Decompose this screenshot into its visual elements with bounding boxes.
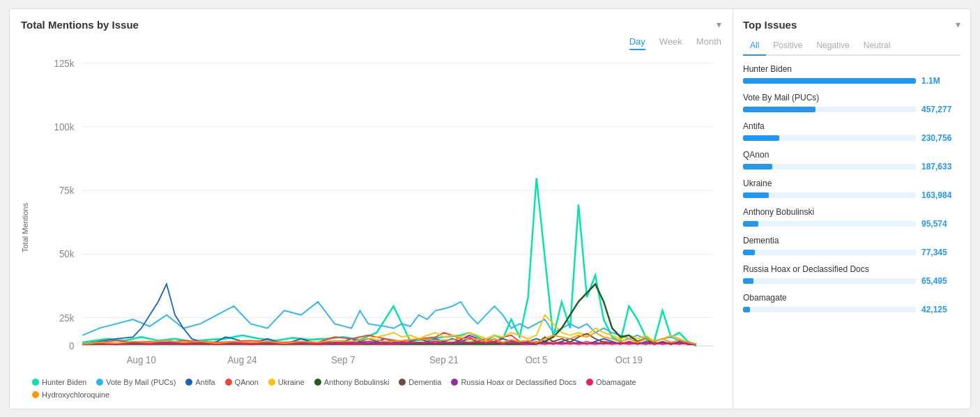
- legend-russia: Russia Hoax or Declassified Docs: [451, 378, 576, 386]
- issue-name-obamagate: Obamagate: [743, 293, 958, 303]
- issue-item-ukraine: Ukraine 163,984: [743, 179, 958, 200]
- legend-dot-vote-by-mail: [96, 379, 103, 386]
- issue-item-anthony: Anthony Bobulinski 95,574: [743, 207, 958, 229]
- legend-label-hunter-biden: Hunter Biden: [42, 378, 86, 386]
- legend-label-anthony: Anthony Bobulinski: [324, 378, 390, 386]
- issue-bar-bg-russia: [743, 278, 916, 284]
- svg-text:0: 0: [69, 340, 75, 351]
- legend-anthony: Anthony Bobulinski: [314, 378, 390, 386]
- issue-value-dementia: 77,345: [921, 248, 958, 257]
- issue-name-vote-by-mail: Vote By Mail (PUCs): [743, 93, 958, 103]
- legend-dot-antifa: [185, 379, 192, 386]
- legend-dot-ukraine: [268, 379, 275, 386]
- issue-bar-row-qanon: 187,633: [743, 162, 958, 172]
- issue-value-vote-by-mail: 457,277: [921, 105, 958, 114]
- legend-qanon: QAnon: [225, 378, 259, 386]
- left-title: Total Mentions by Issue: [21, 19, 139, 31]
- issue-name-qanon: QAnon: [743, 150, 958, 160]
- issue-item-vote-by-mail: Vote By Mail (PUCs) 457,277: [743, 93, 958, 114]
- issue-bar-bg-hunter-biden: [743, 78, 916, 84]
- legend-dot-obamagate: [586, 379, 593, 386]
- svg-text:Sep 7: Sep 7: [331, 355, 355, 365]
- issue-item-russia: Russia Hoax or Declassified Docs 65,495: [743, 264, 958, 286]
- legend-label-qanon: QAnon: [235, 378, 259, 386]
- legend-hydroxy: Hydroxychloroquine: [32, 391, 109, 399]
- issue-bar-fill-dementia: [743, 250, 755, 255]
- tab-week[interactable]: Week: [659, 36, 682, 50]
- issue-bar-row-anthony: 95,574: [743, 219, 958, 229]
- issue-bar-row-hunter-biden: 1.1M: [743, 76, 958, 86]
- chart-legend: Hunter Biden Vote By Mail (PUCs) Antifa …: [32, 372, 721, 402]
- legend-label-antifa: Antifa: [195, 378, 215, 386]
- chart-svg: 125k 100k 75k 50k 25k 0 Aug 10 Aug 24 Se…: [32, 54, 721, 372]
- legend-dot-anthony: [314, 379, 321, 386]
- legend-antifa: Antifa: [185, 378, 215, 386]
- issue-name-dementia: Dementia: [743, 236, 958, 245]
- legend-dot-dementia: [399, 379, 406, 386]
- svg-text:Oct 5: Oct 5: [526, 355, 548, 365]
- issue-bar-fill-ukraine: [743, 192, 769, 198]
- legend-ukraine: Ukraine: [268, 378, 305, 386]
- svg-text:125k: 125k: [54, 58, 75, 68]
- issue-name-anthony: Anthony Bobulinski: [743, 207, 958, 217]
- issue-bar-row-russia: 65,495: [743, 276, 958, 286]
- tab-all[interactable]: All: [743, 38, 766, 56]
- legend-label-dementia: Dementia: [408, 378, 441, 386]
- svg-text:100k: 100k: [54, 121, 75, 132]
- issue-item-qanon: QAnon 187,633: [743, 150, 958, 172]
- issue-bar-fill-qanon: [743, 164, 772, 169]
- issue-bar-row-dementia: 77,345: [743, 248, 958, 257]
- svg-text:25k: 25k: [59, 312, 75, 323]
- legend-obamagate: Obamagate: [586, 378, 636, 386]
- left-dropdown-icon[interactable]: ▾: [717, 19, 721, 30]
- issue-name-russia: Russia Hoax or Declassified Docs: [743, 264, 958, 274]
- issue-bar-fill-vote-by-mail: [743, 107, 816, 112]
- right-panel: Top Issues ▾ All Positive Negative Neutr…: [733, 9, 970, 409]
- legend-dot-hunter-biden: [32, 379, 39, 386]
- right-title: Top Issues: [743, 19, 797, 31]
- issue-bar-row-vote-by-mail: 457,277: [743, 105, 958, 114]
- legend-dot-hydroxy: [32, 391, 39, 398]
- issue-bar-bg-ukraine: [743, 192, 916, 198]
- legend-label-ukraine: Ukraine: [278, 378, 305, 386]
- tab-neutral[interactable]: Neutral: [857, 38, 898, 54]
- tab-day[interactable]: Day: [629, 36, 645, 50]
- issue-item-dementia: Dementia 77,345: [743, 236, 958, 257]
- legend-label-russia: Russia Hoax or Declassified Docs: [461, 378, 576, 386]
- tab-month[interactable]: Month: [696, 36, 721, 50]
- issue-value-anthony: 95,574: [921, 219, 958, 229]
- issue-bar-fill-hunter-biden: [743, 78, 916, 84]
- right-header: Top Issues ▾: [743, 19, 960, 31]
- issue-bar-bg-obamagate: [743, 307, 916, 312]
- legend-hunter-biden: Hunter Biden: [32, 378, 86, 386]
- issue-name-hunter-biden: Hunter Biden: [743, 64, 958, 74]
- issue-bar-fill-russia: [743, 278, 753, 284]
- svg-text:Aug 24: Aug 24: [228, 355, 257, 365]
- chart-area: Total Mentions 125k 100k 75k: [21, 54, 721, 402]
- tab-positive[interactable]: Positive: [766, 38, 809, 54]
- legend-label-obamagate: Obamagate: [596, 378, 636, 386]
- y-axis-label: Total Mentions: [21, 54, 29, 402]
- issue-item-hunter-biden: Hunter Biden 1.1M: [743, 64, 958, 86]
- issue-bar-row-ukraine: 163,984: [743, 190, 958, 200]
- issue-name-antifa: Antifa: [743, 121, 958, 131]
- issue-item-antifa: Antifa 230,756: [743, 121, 958, 143]
- issue-value-hunter-biden: 1.1M: [921, 76, 958, 86]
- tab-negative[interactable]: Negative: [809, 38, 856, 54]
- svg-text:75k: 75k: [59, 185, 75, 195]
- main-container: Total Mentions by Issue ▾ Day Week Month…: [9, 8, 971, 409]
- right-dropdown-icon[interactable]: ▾: [956, 19, 960, 30]
- sentiment-tabs: All Positive Negative Neutral: [743, 38, 960, 56]
- issue-bar-bg-antifa: [743, 135, 916, 141]
- chart-svg-wrapper: 125k 100k 75k 50k 25k 0 Aug 10 Aug 24 Se…: [32, 54, 721, 372]
- issue-bar-row-antifa: 230,756: [743, 133, 958, 143]
- svg-text:Aug 10: Aug 10: [127, 355, 156, 365]
- legend-dot-qanon: [225, 379, 232, 386]
- issue-value-qanon: 187,633: [921, 162, 958, 172]
- issue-bar-bg-qanon: [743, 164, 916, 169]
- issue-value-antifa: 230,756: [921, 133, 958, 143]
- issue-name-ukraine: Ukraine: [743, 179, 958, 188]
- issue-bar-bg-anthony: [743, 221, 916, 227]
- issue-value-ukraine: 163,984: [921, 190, 958, 200]
- issues-list: Hunter Biden 1.1M Vote By Mail (PUCs) 45…: [743, 64, 960, 409]
